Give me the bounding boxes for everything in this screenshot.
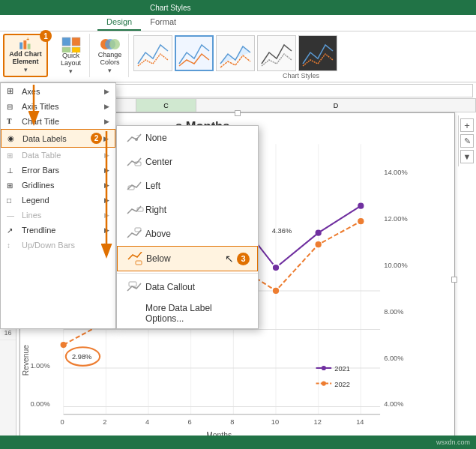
chart-styles-group: Chart Styles [130, 34, 472, 81]
axes-icon: ⊞ [7, 86, 22, 96]
lines-icon: — [7, 211, 22, 220]
menu-item-trendline[interactable]: ↗ Trendline ▶ [1, 223, 115, 238]
handle-right[interactable] [451, 277, 457, 283]
lines-label: Lines [22, 211, 104, 220]
center-icon [124, 154, 145, 170]
add-chart-element-button[interactable]: 1 + Add ChartElement ▾ [3, 34, 48, 77]
submenu-above[interactable]: Above [117, 222, 258, 246]
menu-item-gridlines[interactable]: ⊞ Gridlines ▶ [1, 178, 115, 193]
svg-point-39 [358, 203, 364, 209]
none-label: None [145, 133, 167, 143]
svg-text:10: 10 [271, 418, 279, 426]
svg-point-69 [135, 138, 138, 141]
change-colors-icon [100, 37, 121, 52]
svg-rect-76 [129, 282, 136, 286]
menu-item-error-bars[interactable]: ⊥ Error Bars ▶ [1, 163, 115, 178]
svg-text:8.00%: 8.00% [384, 308, 403, 316]
chart-style-button[interactable]: ✎ [460, 134, 474, 148]
menu-item-axis-titles[interactable]: ⊟ Axis Titles ▶ [1, 99, 115, 114]
gridlines-label: Gridlines [22, 181, 104, 190]
submenu-left[interactable]: Left [117, 174, 258, 198]
svg-text:0: 0 [61, 418, 64, 426]
updown-bars-icon: ↕ [7, 241, 22, 250]
updown-bars-label: Up/Down Bars [22, 241, 104, 250]
above-label: Above [145, 229, 171, 239]
svg-text:2.98%: 2.98% [72, 353, 91, 361]
callout-icon [124, 279, 145, 295]
svg-point-44 [316, 241, 322, 247]
chart-tools-label: Chart Styles [150, 4, 190, 12]
menu-item-legend[interactable]: □ Legend ▶ [1, 193, 115, 208]
chart-filter-button[interactable]: ▼ [460, 150, 474, 163]
svg-text:8: 8 [230, 418, 234, 426]
svg-rect-0 [19, 43, 22, 49]
data-table-icon: ⊞ [7, 151, 22, 160]
chart-style-3[interactable] [216, 35, 255, 71]
svg-text:2: 2 [103, 418, 106, 426]
svg-point-43 [273, 288, 279, 294]
chart-style-1[interactable] [133, 35, 172, 71]
menu-item-data-labels[interactable]: ◉ Data Labels 2 ▶ [1, 129, 115, 148]
left-label: Left [145, 181, 160, 191]
legend-label: Legend [22, 196, 104, 205]
menu-item-chart-title[interactable]: 𝐓 Chart Title ▶ [1, 114, 115, 129]
svg-text:Revenue: Revenue [22, 345, 30, 376]
submenu-divider [117, 273, 258, 274]
svg-text:14.00%: 14.00% [384, 169, 407, 176]
svg-text:14: 14 [356, 418, 364, 426]
data-table-label: Data Table [22, 151, 104, 160]
submenu-right[interactable]: Right [117, 198, 258, 222]
submenu-center[interactable]: Center [117, 150, 258, 174]
axis-titles-icon: ⊟ [7, 103, 22, 111]
svg-point-38 [316, 230, 322, 236]
chart-add-button[interactable]: + [460, 118, 474, 132]
cursor-pointer-icon: ↖ [225, 253, 234, 265]
tab-design[interactable]: Design [97, 15, 141, 31]
submenu-more-options[interactable]: More Data Label Options... [117, 299, 258, 328]
data-labels-submenu: — None Center Left Right [116, 125, 259, 329]
svg-point-64 [322, 366, 326, 370]
svg-rect-5 [72, 37, 80, 46]
menu-item-lines[interactable]: — Lines ▶ [1, 208, 115, 223]
quick-layout-label: QuickLayout [61, 52, 81, 67]
trendline-icon: ↗ [7, 226, 22, 235]
submenu-below[interactable]: Below ↖ 3 [117, 246, 258, 271]
menu-item-axes[interactable]: ⊞ Axes ▶ [1, 83, 115, 99]
svg-text:12.00%: 12.00% [384, 215, 407, 223]
quick-layout-button[interactable]: QuickLayout ▾ [52, 34, 90, 77]
svg-text:0.00%: 0.00% [30, 400, 49, 408]
chart-style-4[interactable] [257, 35, 296, 71]
svg-text:6: 6 [188, 418, 192, 426]
tab-format[interactable]: Format [141, 15, 185, 31]
chart-right-toolbar: + ✎ ▼ [458, 115, 476, 166]
data-labels-label: Data Labels [22, 134, 91, 143]
svg-text:6.00%: 6.00% [384, 355, 403, 362]
submenu-data-callout[interactable]: Data Callout [117, 275, 258, 299]
change-colors-button[interactable]: Change Colors ▾ [91, 34, 129, 77]
submenu-none[interactable]: — None [117, 126, 258, 150]
svg-rect-2 [28, 43, 31, 49]
svg-text:1.00%: 1.00% [30, 362, 49, 370]
menu-item-data-table[interactable]: ⊞ Data Table ▶ [1, 148, 115, 163]
right-icon [124, 202, 145, 218]
chart-style-3-thumb [217, 37, 253, 69]
right-label: Right [145, 205, 166, 215]
chart-style-4-thumb [259, 37, 295, 69]
svg-text:—: — [136, 133, 141, 137]
menu-item-updown-bars[interactable]: ↕ Up/Down Bars ▶ [1, 238, 115, 253]
chart-style-5[interactable] [298, 35, 337, 71]
svg-text:2022: 2022 [334, 381, 350, 388]
svg-point-40 [61, 342, 67, 348]
svg-text:4.00%: 4.00% [384, 400, 403, 408]
add-chart-icon: + [15, 37, 36, 51]
add-chart-dropdown: ⊞ Axes ▶ ⊟ Axis Titles ▶ 𝐓 Chart Title ▶… [0, 82, 116, 329]
chart-style-2[interactable] [175, 35, 214, 71]
center-label: Center [145, 157, 172, 167]
svg-text:+: + [26, 37, 29, 42]
svg-point-45 [358, 218, 364, 224]
below-label: Below [146, 253, 225, 264]
status-bar: wsxdn.com [0, 436, 476, 449]
watermark: wsxdn.com [436, 439, 470, 446]
quick-layout-icon [61, 36, 82, 52]
svg-rect-4 [62, 37, 70, 46]
